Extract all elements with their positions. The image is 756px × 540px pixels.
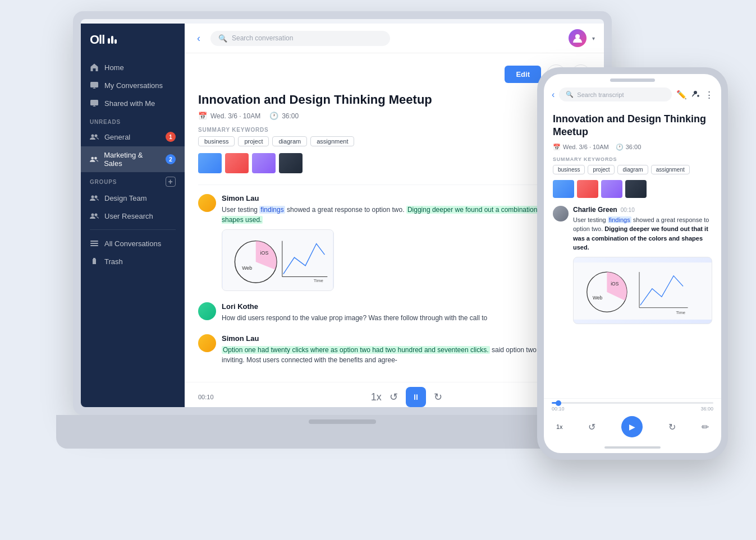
thumbnail-2[interactable] <box>225 153 249 173</box>
laptop-device: Oll Home <box>73 11 612 449</box>
keyword-assignment[interactable]: assignment <box>310 136 354 146</box>
mobile-thumb-1[interactable] <box>553 180 574 198</box>
mobile-keyword-diagram[interactable]: diagram <box>617 165 648 174</box>
sidebar-divider <box>90 229 176 230</box>
mobile-back-button[interactable]: ‹ <box>552 90 555 100</box>
mobile-keyword-assignment[interactable]: assignment <box>651 165 690 174</box>
mobile-forward-button[interactable]: ↻ <box>668 422 676 432</box>
mobile-add-person-icon[interactable] <box>691 89 700 100</box>
svg-rect-12 <box>90 245 98 246</box>
mobile-device: ‹ 🔍 Search transcript ✏️ ⋮ Innovation an… <box>537 67 728 460</box>
mobile-play-button[interactable]: ▶ <box>621 416 643 437</box>
svg-text:Time: Time <box>314 278 324 283</box>
avatar-dropdown-icon[interactable]: ▾ <box>592 35 595 41</box>
message-3-text: Option one had twenty clicks where as op… <box>222 345 590 365</box>
svg-point-9 <box>95 214 98 216</box>
svg-point-6 <box>91 196 94 199</box>
message-1-content: Simon Lau User testing findings showed a… <box>222 194 590 291</box>
mobile-thumb-2[interactable] <box>577 180 598 198</box>
message-2-text: How did users respond to the value prop … <box>222 313 590 323</box>
message-1-avatar <box>198 194 216 212</box>
general-badge: 1 <box>166 132 176 142</box>
svg-point-7 <box>95 196 98 199</box>
home-icon <box>90 63 99 72</box>
mobile-highlight-findings: findings <box>608 216 631 223</box>
mobile-thumb-4[interactable] <box>625 180 647 198</box>
edit-button[interactable]: Edit <box>505 66 541 83</box>
mobile-conversation-title: Innovation and Design Thinking Meetup <box>553 113 712 139</box>
mobile-edit-icon[interactable]: ✏️ <box>676 90 687 100</box>
sidebar: Oll Home <box>81 24 185 407</box>
play-pause-button[interactable]: ⏸ <box>406 387 426 407</box>
mobile-speed-button[interactable]: 1x <box>556 423 563 430</box>
mobile-person-icon <box>691 89 700 98</box>
mobile-search-bar[interactable]: 🔍 Search transcript <box>559 87 672 101</box>
mobile-pen-button[interactable]: ✏ <box>702 422 709 432</box>
keyword-project[interactable]: project <box>238 136 269 146</box>
avatar[interactable] <box>569 29 587 47</box>
svg-point-22 <box>694 91 697 94</box>
mobile-home-indicator <box>544 442 721 453</box>
mobile-thumb-3[interactable] <box>601 180 622 198</box>
shared-label: Shared with Me <box>104 99 155 108</box>
action-bar: Edit ··· <box>198 64 590 84</box>
thumbnails-row <box>198 153 590 173</box>
forward-button[interactable]: ↻ <box>434 391 442 403</box>
message-1-image: iOS Web <box>222 229 334 291</box>
conversations-icon <box>90 81 99 90</box>
svg-rect-10 <box>90 241 98 242</box>
svg-point-5 <box>94 157 97 160</box>
duration-text: 36:00 <box>282 112 299 120</box>
svg-rect-23 <box>574 262 712 320</box>
highlight-option: Option one had twenty clicks where as op… <box>222 346 490 354</box>
design-team-label: Design Team <box>104 194 147 202</box>
duration-meta: 🕐 36:00 <box>269 112 299 120</box>
rewind-button[interactable]: ↺ <box>390 391 398 403</box>
mobile-calendar-icon: 📅 <box>553 144 561 151</box>
search-icon: 🔍 <box>218 34 227 43</box>
add-group-button[interactable]: + <box>166 177 176 187</box>
mobile-home-bar <box>604 446 661 449</box>
sidebar-item-marketing-sales[interactable]: Marketing & Sales 2 <box>81 146 185 172</box>
mobile-keyword-project[interactable]: project <box>588 165 615 174</box>
thumbnail-3[interactable] <box>252 153 276 173</box>
sidebar-item-user-research[interactable]: User Research <box>81 207 185 225</box>
keyword-business[interactable]: business <box>198 136 235 146</box>
sidebar-item-general[interactable]: General 1 <box>81 127 185 146</box>
mobile-duration-text: 36:00 <box>626 144 642 150</box>
mobile-date-meta: 📅 Wed. 3/6 · 10AM <box>553 144 609 151</box>
marketing-sales-badge: 2 <box>166 154 176 164</box>
thumbnail-1[interactable] <box>198 153 222 173</box>
conversation-date: Wed. 3/6 · 10AM <box>210 112 260 120</box>
sidebar-item-my-conversations[interactable]: My Conversations <box>81 76 185 94</box>
trash-label: Trash <box>104 257 123 266</box>
keyword-diagram[interactable]: diagram <box>272 136 307 146</box>
sidebar-item-all-conversations[interactable]: All Conversations <box>81 234 185 252</box>
mobile-screen: ‹ 🔍 Search transcript ✏️ ⋮ Innovation an… <box>544 74 721 453</box>
sidebar-logo: Oll <box>81 33 185 58</box>
sidebar-item-home[interactable]: Home <box>81 58 185 76</box>
speed-button[interactable]: 1x <box>371 391 382 403</box>
sidebar-item-shared[interactable]: Shared with Me <box>81 94 185 112</box>
mobile-content: Innovation and Design Thinking Meetup 📅 … <box>544 106 721 398</box>
groups-section-label: GROUPS + <box>81 172 185 189</box>
sidebar-item-trash[interactable]: Trash <box>81 252 185 270</box>
logo-bar-1 <box>108 38 110 44</box>
thumbnail-4[interactable] <box>279 153 303 173</box>
mobile-keyword-business[interactable]: business <box>553 165 585 174</box>
sidebar-item-design-team[interactable]: Design Team <box>81 189 185 207</box>
group-icon-2 <box>90 155 98 164</box>
mobile-progress-bar[interactable] <box>552 402 713 404</box>
mobile-rewind-button[interactable]: ↺ <box>588 422 595 432</box>
message-3-content: Simon Lau Option one had twenty clicks w… <box>222 334 590 365</box>
svg-point-4 <box>91 157 94 160</box>
group-icon <box>90 132 99 141</box>
mobile-message-body: Charlie Green 00:10 User testing finding… <box>573 206 712 324</box>
back-button[interactable]: ‹ <box>194 31 204 45</box>
search-bar[interactable]: 🔍 Search conversation <box>210 31 390 46</box>
message-1-text: User testing findings showed a great res… <box>222 205 590 225</box>
mobile-more-icon[interactable]: ⋮ <box>705 90 713 100</box>
date-meta: 📅 Wed. 3/6 · 10AM <box>198 112 260 120</box>
shared-icon <box>90 99 99 108</box>
svg-rect-11 <box>90 243 98 244</box>
